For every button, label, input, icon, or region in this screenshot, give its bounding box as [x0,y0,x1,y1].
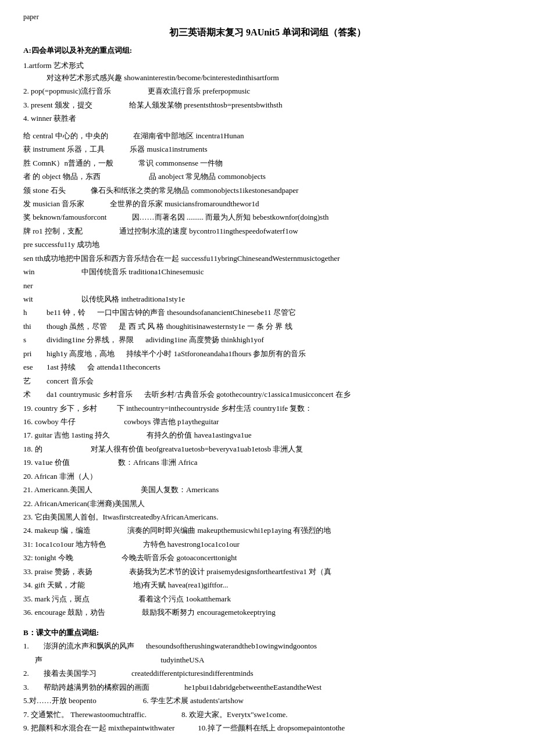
b-entry-1b: 声 tudyintheUSA [23,654,512,666]
detail-beknown: 因……而著名因 ......... 而最为人所知 bebestkownfor(d… [132,213,329,221]
b7-text: 7. 交通繁忙。 Therewastoomuchtraffic. [23,708,147,721]
b10-text: 10.掉了一些颜料在纸上 dropsomepaintontothe [198,722,345,734]
detail-country: 下 inthecountry=inthecountryside 乡村生活 cou… [117,404,313,413]
section-b-title: B：课文中的重点词组: [23,627,512,639]
detail-control: 通过控制水流的速度 bycontro11ingthespeedofwaterf1… [119,227,298,235]
row-stone: 颁 stone 石头 像石头和纸张之类的常见物品 commonobjects1i… [23,184,512,196]
countrymusic-word: da1 countrymusic 乡村音乐 [47,388,133,400]
row-win: win 中国传统音乐 traditiona1Chinesemusic [23,266,512,278]
row-common: 胜 ComnK）n普通的，一般 常识 commonsense 一件物 [23,157,512,169]
detail-win: 中国传统音乐 traditiona1Chinesemusic [81,266,204,278]
label-shu: 术 [23,388,47,400]
entry-3-word: 3. present 颁发，提交 [23,101,92,109]
row-concert: 艺 concert 音乐会 [23,375,512,387]
row-localcolour: 31: 1oca1co1our 地方特色 方特色 havestrong1oca1… [23,538,512,550]
detail-makeup: 演奏的同时即兴编曲 makeupthemusicwhi1ep1aying 有强烈… [127,526,331,535]
localcolour-word: 31: 1oca1co1our 地方特色 [23,540,106,549]
b6-text: 6. 学生艺术展 astudents'artshow [143,694,244,707]
entry-3: 3. present 颁发，提交 给某人颁发某物 presentsthtosb=… [23,99,512,111]
gift-word: 34. gift 天赋，才能 [23,581,85,589]
label-gei: 给 central 中心的，中央的 [23,131,108,140]
label-ner: ner [23,280,47,292]
detail-stone: 像石头和纸张之类的常见物品 commonobjects1ikestonesand… [91,186,298,195]
detail-countrymusic: 去听乡村/古典音乐会 gotothecountry/c1assica1music… [144,388,351,400]
section-a-title: A:四会单词以及补充的重点词组: [23,45,512,57]
detail-tonight: 今晚去听音乐会 gotoaconcerttonight [122,553,237,562]
row-makeup: 24. makeup 编，编造 演奏的同时即兴编曲 makeupthemusic… [23,524,512,536]
praise-word: 33. praise 赞扬，表扬 [23,567,92,576]
row-beknown: 奖 beknown/famousforcont 因……而著名因 ........… [23,211,512,223]
row-though: thi though 虽然，尽管 是 西 式 风 格 thoughitisina… [23,320,512,332]
detail-though: 是 西 式 风 格 thoughitisinawesternsty1e 一 条 … [119,320,292,332]
africanamerican-word: 22. AfricanAmerican(非洲裔)美国黑人 [23,499,145,508]
detail-central: 在湖南省中部地区 incentra1Hunan [133,131,244,140]
row-wit: wit 以传统风格 inthetraditiona1sty1e [23,293,512,305]
b3-text: 帮助跨越满男勃的橘察园的画面 [44,681,149,693]
row-18: 18. 的 对某人很有价值 beofgreatva1uetosb=beveryv… [23,443,512,455]
detail-bell: 一口中国古钟的声音 thesoundsofanancientChinesebe1… [97,306,296,318]
b2-detail: createddifferentpicturesindifferentminds [131,667,254,679]
row-guitar: 17. guitar 吉他 1asting 持久 有持久的价值 havea1as… [23,429,512,441]
mark-word: 35. mark 污点，斑点 [23,594,90,603]
b1b-text: 声 [35,655,42,664]
b3-detail: he1pbui1dabridgebetweentheEastandtheWest [184,681,322,693]
row-country: 19. country 乡下，乡村 下 inthecountry=intheco… [23,402,512,414]
label-h: h [23,306,47,318]
row-ner: ner [23,280,512,292]
row-africanamerican: 22. AfricanAmerican(非洲裔)美国黑人 [23,497,512,510]
b2-num: 2. [23,667,32,679]
label-pai: 牌 ro1 控制，支配 [23,227,83,235]
though-word: though 虽然，尽管 [47,320,107,332]
makeup-word: 24. makeup 编，编造 [23,526,91,535]
detail-18: 对某人很有价值 beofgreatva1uetosb=beveryva1uab1… [91,445,303,453]
row-dividingline: s dividing1ine 分界线， 界限 adividing1ine 高度赞… [23,334,512,346]
highly-word: high1y 高度地，高地 [47,347,115,360]
row-musician: 发 musician 音乐家 全世界的音乐家 musiciansfromarou… [23,198,512,210]
row-african: 20. African 非洲（人） [23,470,512,482]
row-american: 21. Americann.美国人 美国人复数：Americans [23,483,512,496]
paper-label: paper [23,12,512,23]
row-value: 19. va1ue 价值 数：Africans 非洲 Africa [23,456,512,468]
label-huo: 获 instrument 乐器，工具 [23,145,105,153]
row-object: 者 的 object 物品，东西 品 anobject 常见物品 commono… [23,170,512,182]
entry-1-num: 1.artform 艺术形式 [23,61,84,70]
label-pre: pre successfu11y 成功地 [23,240,99,249]
row-bell: h be11 钟，铃 一口中国古钟的声音 thesoundsofanancien… [23,306,512,318]
row-23: 23. 它由美国黑人首创。ItwasfirstcreatedbyAfricanA… [23,511,512,523]
encourage-word: 36. encourage 鼓励，劝告 [23,608,105,617]
row-praise: 33. praise 赞扬，表扬 表扬我为艺术节的设计 praisemydesi… [23,565,512,578]
b1-num: 1. [23,640,32,652]
detail-gift: 地)有天赋 havea(rea1)giftfor... [133,581,228,589]
middle-content: 给 central 中心的，中央的 在湖南省中部地区 incentra1Huna… [23,130,512,619]
label-win: win [23,266,47,278]
detail-musician: 全世界的音乐家 musiciansfromaroundthewor1d [110,199,259,208]
value-word: 19. va1ue 价值 [23,458,70,467]
row-central: 给 central 中心的，中央的 在湖南省中部地区 incentra1Huna… [23,130,512,142]
entry-1: 1.artform 艺术形式 对这种艺术形式感兴趣 showaninterest… [23,59,512,84]
detail-localcolour: 方特色 havestrong1oca1co1our [143,540,240,549]
row-encourage: 36. encourage 鼓励，劝告 鼓励我不断努力 encouragemet… [23,606,512,618]
cowboy-word: 16. cowboy 牛仔 [23,417,76,426]
row-gift: 34. gift 天赋，才能 地)有天赋 havea(rea1)giftfor.… [23,579,512,591]
label-fa: 发 musician 音乐家 [23,199,84,208]
row-pre: pre successfu11y 成功地 [23,238,512,250]
entry-1-detail: 对这种艺术形式感兴趣 showaninterestin/become/bcint… [23,73,279,82]
dividing-word: dividing1ine 分界线， 界限 [47,334,134,346]
row-last: ese 1ast 持续 会 attenda11theconcerts [23,361,512,373]
row-control: 牌 ro1 控制，支配 通过控制水流的速度 bycontro11ingthesp… [23,225,512,237]
row-cowboy: 16. cowboy 牛仔 cowboys 弹吉他 p1aytheguitar [23,415,512,428]
label-ban: 颁 stone 石头 [23,186,66,195]
american-word: 21. Americann.美国人 [23,485,92,494]
detail-last: 会 attenda11theconcerts [87,361,160,373]
b8-text: 8. 欢迎大家。Everytx"swe1come. [181,708,288,721]
main-title: 初三英语期末复习 9AUnit5 单词和词组（答案） [23,25,512,40]
row-highly: pri high1y 高度地，高地 持续半个小时 1aStforoneandah… [23,347,512,360]
label-zhe: 者 的 object 物品，东西 [23,172,101,181]
b-entry-3: 3. 帮助跨越满男勃的橘察园的画面 he1pbui1dabridgebetwee… [23,681,512,693]
row-sen: sen tth成功地把中国音乐和西方音乐结合在一起 successfu11ybr… [23,252,512,264]
entry-2-detail: 更喜欢流行音乐 preferpopmusic [148,87,250,95]
b9-text: 9. 把颜料和水混合在一起 mixthepaintwithwater [23,722,174,734]
label-wit: wit [23,293,47,305]
b1-detail: thesoundsoftherushingwaterandtheb1owingw… [146,640,317,652]
detail-object: 品 anobject 常见物品 commonobjects [149,172,266,181]
